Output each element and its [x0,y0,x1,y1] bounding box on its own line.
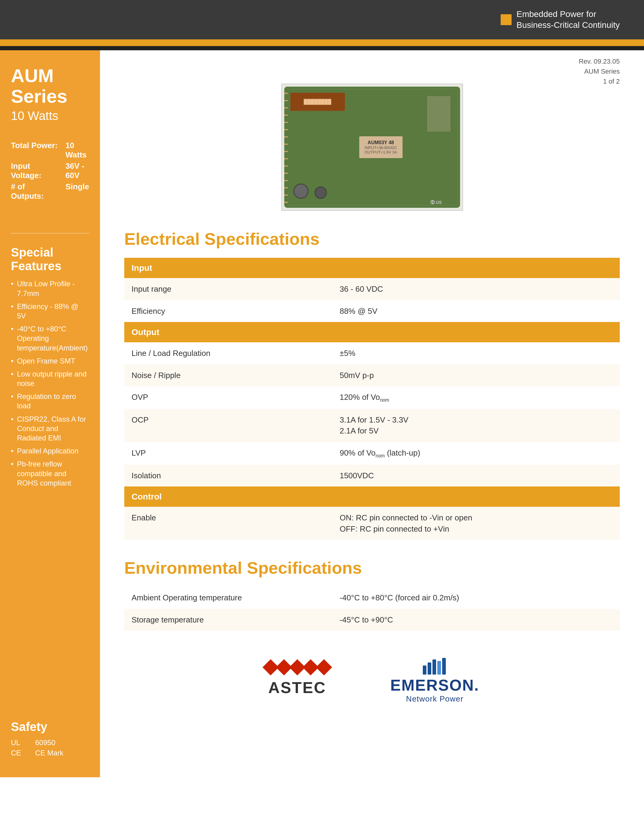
dark-bar [0,46,644,50]
emerson-logo: EMERSON. Network Power [390,655,479,704]
feature-item: CISPR22, Class A for Conduct and Radiate… [11,414,89,443]
product-image: ████████ AUM03Y 48 INPUT+36-60VDC OUTPUT… [281,84,463,211]
pcb-chip-1: ████████ [290,93,345,111]
emerson-sub-text: Network Power [406,694,464,704]
header-badge-text: Embedded Power forBusiness-Critical Cont… [517,9,620,31]
main-layout: AUM Series 10 Watts Total Power: 10 Watt… [0,50,644,777]
noise-label: Noise / Ripple [124,364,332,386]
pcb-cap-2 [315,187,327,199]
environmental-section: Environmental Specifications Ambient Ope… [124,558,620,630]
astec-text: ASTEC [268,679,326,697]
astec-logo: ASTEC [265,661,330,697]
output-row-regulation: Line / Load Regulation ±5% [124,342,620,364]
feature-item: Pb-free reflow compatible and ROHS compl… [11,459,89,488]
spec-value-outputs: Single [66,182,89,201]
svg-rect-2 [433,659,436,675]
control-header-row: Control [124,486,620,507]
noise-value: 50mV p-p [332,364,620,386]
output-row-isolation: Isolation 1500VDC [124,465,620,486]
rev-page: 1 of 2 [579,76,620,86]
feature-item: Open Frame SMT [11,356,89,366]
spec-value-voltage: 36V - 60V [66,161,89,180]
svg-rect-3 [437,661,441,675]
sidebar-features-title: Special Features [11,246,89,273]
sidebar-divider-1 [11,233,89,233]
rev-series: AUM Series [579,66,620,76]
pcb-cap-1 [293,183,309,199]
sidebar-watts: 10 Watts [11,109,89,123]
main-content: Rev. 09.23.05 AUM Series 1 of 2 ████████… [100,50,644,777]
spec-label-outputs: # of Outputs: [11,182,60,201]
isolation-value: 1500VDC [332,465,620,486]
pcb-pins-left [284,87,288,208]
pcb-label-line1: AUM03Y 48 [365,140,397,145]
header-top: Embedded Power forBusiness-Critical Cont… [0,0,644,39]
feature-item: Efficiency - 88% @ 5V [11,302,89,320]
rev-info: Rev. 09.23.05 AUM Series 1 of 2 [579,56,620,86]
environmental-table: Ambient Operating temperature -40°C to +… [124,587,620,630]
input-header-cell: Input [124,258,620,278]
input-row-efficiency: Efficiency 88% @ 5V [124,300,620,322]
safety-section: Safety UL 60950 CE CE Mark [11,720,89,759]
lvp-value: 90% of Vonom (latch-up) [332,442,620,465]
orange-bar [0,39,644,46]
svg-rect-4 [442,658,446,675]
pcb-center-label: AUM03Y 48 INPUT+36-60VDC OUTPUT+1.9V 3A [359,136,402,158]
pcb-ul-mark: ⓵ US [430,200,441,205]
safety-row-ul: UL 60950 [11,738,89,747]
output-row-lvp: LVP 90% of Vonom (latch-up) [124,442,620,465]
output-row-noise: Noise / Ripple 50mV p-p [124,364,620,386]
electrical-section: Electrical Specifications Input Input ra… [124,229,620,540]
regulation-label: Line / Load Regulation [124,342,332,364]
storage-value: -45°C to +90°C [332,609,620,630]
input-row-range: Input range 36 - 60 VDC [124,278,620,300]
environmental-title: Environmental Specifications [124,558,620,578]
sidebar-specs: Total Power: 10 Watts Input Voltage: 36V… [11,141,89,203]
enable-label: Enable [124,507,332,540]
electrical-table: Input Input range 36 - 60 VDC Efficiency… [124,258,620,540]
lvp-label: LVP [124,442,332,465]
emerson-icon [420,655,450,676]
emerson-text: EMERSON. [390,676,479,694]
pcb-label-line3: OUTPUT+1.9V 3A [365,150,397,154]
pcb-chip-label: ████████ [304,99,331,105]
sidebar-features-list: Ultra Low Profile - 7.7mm Efficiency - 8… [11,279,89,491]
env-row-storage: Storage temperature -45°C to +90°C [124,609,620,630]
spec-row-power: Total Power: 10 Watts [11,141,89,160]
rev-date: Rev. 09.23.05 [579,56,620,66]
control-row-enable: Enable ON: RC pin connected to -Vin or o… [124,507,620,540]
pcb-board: ████████ AUM03Y 48 INPUT+36-60VDC OUTPUT… [284,87,460,208]
regulation-value: ±5% [332,342,620,364]
storage-label: Storage temperature [124,609,332,630]
svg-rect-0 [423,666,427,675]
spec-value-power: 10 Watts [66,141,89,160]
footer-logos: ASTEC EMERSON. Network Power [124,655,620,722]
safety-label-ce: CE [11,749,26,757]
sidebar-series-title: AUM Series [11,66,89,107]
product-image-area: ████████ AUM03Y 48 INPUT+36-60VDC OUTPUT… [124,84,620,211]
spec-label-power: Total Power: [11,141,60,160]
input-efficiency-label: Efficiency [124,300,332,322]
spec-row-outputs: # of Outputs: Single [11,182,89,201]
astec-diamonds [265,661,330,673]
ambient-value: -40°C to +80°C (forced air 0.2m/s) [332,587,620,609]
pcb-transformer [427,96,451,132]
control-header-cell: Control [124,486,620,507]
output-row-ovp: OVP 120% of Vonom [124,386,620,409]
badge-square-icon [501,14,512,25]
enable-value: ON: RC pin connected to -Vin or openOFF:… [332,507,620,540]
ocp-value: 3.1A for 1.5V - 3.3V2.1A for 5V [332,409,620,442]
safety-value-ce: CE Mark [35,749,63,757]
feature-item: -40°C to +80°C Operating temperature(Amb… [11,324,89,352]
spec-label-voltage: Input Voltage: [11,161,60,180]
feature-item: Ultra Low Profile - 7.7mm [11,279,89,298]
sidebar: AUM Series 10 Watts Total Power: 10 Watt… [0,50,100,777]
input-efficiency-value: 88% @ 5V [332,300,620,322]
safety-row-ce: CE CE Mark [11,749,89,757]
header-badge: Embedded Power forBusiness-Critical Cont… [501,9,620,31]
spec-row-voltage: Input Voltage: 36V - 60V [11,161,89,180]
input-range-value: 36 - 60 VDC [332,278,620,300]
safety-label-ul: UL [11,738,26,747]
input-range-label: Input range [124,278,332,300]
feature-item: Parallel Application [11,446,89,455]
